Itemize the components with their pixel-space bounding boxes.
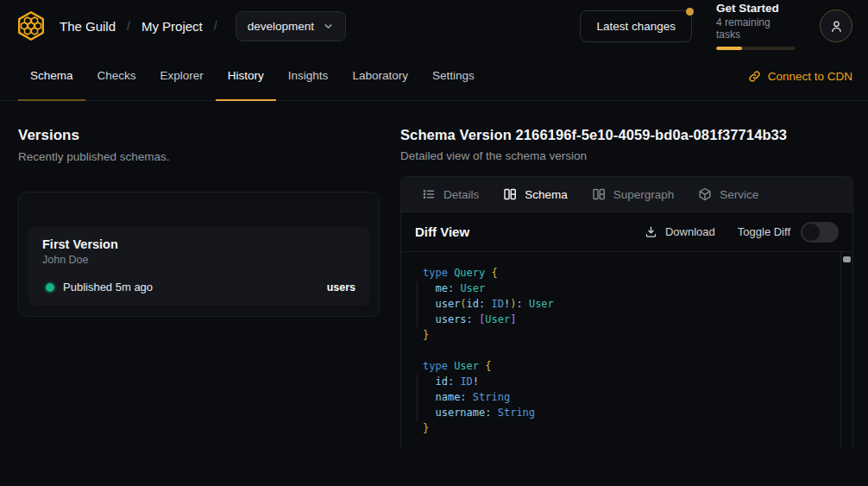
toggle-diff-knob — [802, 224, 820, 241]
code-line: me: User — [423, 281, 827, 296]
tab-service[interactable]: Service — [686, 177, 771, 211]
version-list-item[interactable]: First Version John Doe Published 5m ago … — [18, 192, 380, 317]
user-avatar[interactable] — [820, 9, 852, 42]
schema-code: type Query { me: User user(id: ID!): Use… — [401, 252, 852, 449]
breadcrumb-org[interactable]: The Guild — [60, 19, 116, 34]
tab-service-label: Service — [720, 188, 758, 201]
code-line: type Query { — [423, 265, 827, 281]
version-title: First Version — [42, 237, 355, 251]
published-status-dot — [46, 283, 54, 292]
code-line: users: [User] — [423, 312, 827, 327]
nav-tab-checks[interactable]: Checks — [85, 52, 148, 101]
hive-honeycomb-icon[interactable] — [14, 9, 48, 43]
target-selector-dropdown[interactable]: development — [236, 11, 346, 41]
indent-guide — [417, 375, 418, 420]
tab-details[interactable]: Details — [410, 177, 491, 211]
schema-code-viewer[interactable]: type Query { me: User user(id: ID!): Use… — [401, 252, 852, 449]
tab-supergraph[interactable]: Supergraph — [580, 177, 687, 211]
code-line: name: String — [423, 389, 827, 405]
download-icon — [645, 225, 657, 238]
header-right: Latest changes Get Started 4 remaining t… — [580, 2, 852, 50]
schema-version-title: Schema Version 2166196f-5e10-4059-bd0a-0… — [400, 127, 853, 143]
nav-tab-history[interactable]: History — [216, 52, 276, 101]
detail-tabs: Details Schema — [401, 177, 852, 212]
tab-schema[interactable]: Schema — [491, 177, 580, 211]
code-line: id: ID! — [423, 374, 827, 389]
main-content: Versions Recently published schemas. Fir… — [0, 101, 868, 449]
version-card: First Version John Doe Published 5m ago … — [28, 227, 369, 306]
toggle-diff-label: Toggle Diff — [738, 225, 790, 238]
code-line: user(id: ID!): User — [423, 296, 827, 312]
header-left: The Guild / My Project / development — [14, 9, 346, 43]
breadcrumb-project[interactable]: My Project — [142, 19, 203, 34]
diff-view-header: Diff View Download Toggle Diff — [401, 212, 852, 252]
nav-tab-settings[interactable]: Settings — [420, 52, 487, 101]
nav-tab-laboratory[interactable]: Laboratory — [340, 52, 420, 101]
columns-icon — [503, 187, 517, 201]
indent-guide — [417, 281, 418, 327]
code-line: } — [423, 327, 827, 343]
link-icon — [748, 70, 761, 83]
schema-detail-card: Details Schema — [400, 176, 853, 449]
target-nav: Schema Checks Explorer History Insights … — [0, 52, 868, 101]
latest-changes-label: Latest changes — [596, 20, 676, 33]
notification-dot — [686, 8, 694, 16]
service-name-badge: users — [327, 281, 355, 293]
diff-actions: Download Toggle Diff — [645, 222, 839, 243]
user-icon — [829, 19, 844, 34]
tab-supergraph-label: Supergraph — [613, 188, 675, 201]
get-started-title: Get Started — [716, 2, 796, 15]
code-scrollbar-thumb[interactable] — [843, 256, 851, 262]
connect-to-cdn-label: Connect to CDN — [768, 70, 852, 83]
code-line: } — [423, 420, 827, 436]
versions-title: Versions — [18, 127, 380, 144]
download-button[interactable]: Download — [645, 225, 715, 238]
diff-view-title: Diff View — [415, 224, 469, 239]
nav-tab-insights[interactable]: Insights — [276, 52, 341, 101]
toggle-diff-control: Toggle Diff — [738, 222, 839, 243]
columns-icon — [592, 187, 606, 201]
version-author: John Doe — [42, 254, 355, 266]
connect-to-cdn-link[interactable]: Connect to CDN — [748, 52, 852, 100]
code-line: type User { — [423, 358, 827, 374]
breadcrumb-separator: / — [214, 19, 217, 33]
tab-schema-label: Schema — [525, 188, 568, 201]
latest-changes-button[interactable]: Latest changes — [580, 10, 692, 42]
code-line — [423, 343, 827, 358]
list-icon — [422, 187, 436, 201]
schema-version-subtitle: Detailed view of the schema version — [400, 149, 853, 162]
cube-icon — [698, 187, 712, 201]
versions-panel: Versions Recently published schemas. Fir… — [0, 101, 400, 449]
code-scrollbar[interactable] — [840, 252, 852, 449]
download-label: Download — [665, 225, 715, 238]
get-started-progressbar — [716, 47, 796, 50]
nav-tab-explorer[interactable]: Explorer — [148, 52, 216, 101]
get-started-subtitle: 4 remaining tasks — [716, 16, 796, 41]
tab-details-label: Details — [443, 188, 479, 201]
breadcrumb-separator: / — [127, 19, 130, 33]
get-started-progress-fill — [716, 47, 742, 50]
schema-version-detail: Schema Version 2166196f-5e10-4059-bd0a-0… — [400, 101, 868, 449]
toggle-diff-switch[interactable] — [801, 222, 839, 243]
nav-tab-schema[interactable]: Schema — [18, 52, 85, 101]
code-line: username: String — [423, 405, 827, 420]
get-started-widget[interactable]: Get Started 4 remaining tasks — [716, 2, 796, 50]
app-header: The Guild / My Project / development Lat… — [0, 0, 868, 52]
versions-subtitle: Recently published schemas. — [18, 150, 380, 163]
target-selector-value: development — [248, 20, 314, 33]
published-status-text: Published 5m ago — [63, 281, 153, 293]
version-meta-row: Published 5m ago users — [42, 281, 355, 293]
chevron-down-icon — [323, 21, 334, 32]
